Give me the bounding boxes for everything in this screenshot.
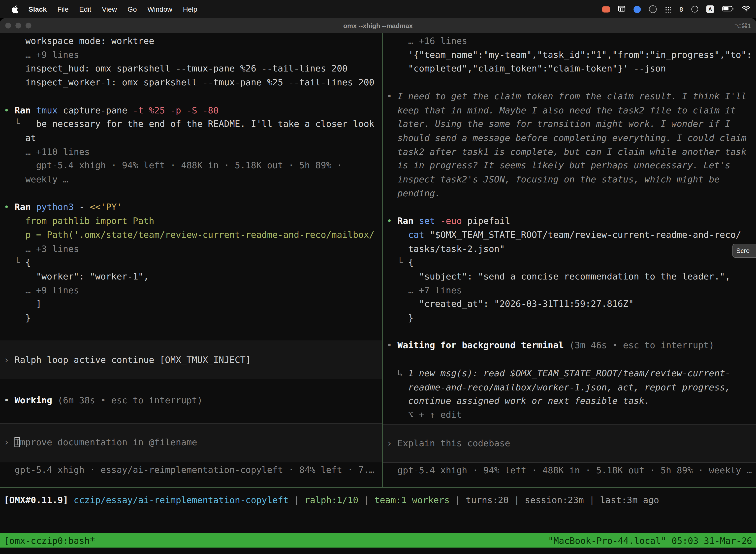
window-shortcut: ⌥⌘1 xyxy=(734,22,751,29)
tmux-window: workspace_mode: worktree … +9 lines insp… xyxy=(0,33,756,487)
terminal-line: readme-and-reco/mailbox/worker-1.json, a… xyxy=(387,381,756,394)
screen-recording-icon[interactable] xyxy=(602,6,610,12)
menu-file[interactable]: File xyxy=(52,5,74,13)
queued-message-band: › Ralph loop active continue [OMX_TMUX_I… xyxy=(0,340,382,380)
terminal-line: • Waiting for background terminal (3m 46… xyxy=(387,339,756,353)
composer[interactable]: › Explain this codebase xyxy=(383,424,756,463)
terminal-line: ⌥ + ↑ edit xyxy=(387,408,756,422)
tmux-session-label: [omx-cczip0:bash* xyxy=(4,535,95,546)
apple-menu[interactable] xyxy=(7,5,23,13)
window-title: omx --xhigh --madmax xyxy=(0,22,756,29)
terminal-line: task2 after task1 is complete, but can I… xyxy=(387,145,756,159)
terminal-line xyxy=(4,90,382,104)
terminal-line xyxy=(387,201,756,214)
tmux-host-clock: "MacBook-Pro-44.local" 05:03 31-Mar-26 xyxy=(548,535,752,546)
clipped-tooltip: Scre xyxy=(733,244,756,258)
terminal-line: … +7 lines xyxy=(387,283,756,297)
dots-grid-icon[interactable] xyxy=(665,6,671,12)
terminal-line: continue assigned work or next feasible … xyxy=(387,394,756,408)
terminal-line: workspace_mode: worktree xyxy=(4,34,382,48)
terminal-line: "worker": "worker-1", xyxy=(4,270,382,283)
terminal-line: from pathlib import Path xyxy=(4,214,382,228)
terminal-line: inspect_worker-1: omx sparkshell --tmux-… xyxy=(4,76,382,90)
terminal-line: cat "$OMX_TEAM_STATE_ROOT/team/review-cu… xyxy=(387,228,756,242)
terminal-line: '{"team_name":"my-team","task_id":"1","f… xyxy=(387,48,756,62)
composer-text: › Improve documentation in @filename xyxy=(4,436,382,450)
terminal-window: omx --xhigh --madmax ⌥⌘1 workspace_mode:… xyxy=(0,18,756,554)
menu-window[interactable]: Window xyxy=(142,5,178,13)
terminal-line: "completed","claim_token":"claim-token"}… xyxy=(387,62,756,76)
apple-icon xyxy=(12,5,18,13)
blue-app-icon[interactable] xyxy=(634,5,641,13)
omx-status-line: [OMX#0.11.9] cczip/essay/ai-reimplementa… xyxy=(4,494,756,508)
terminal-line: } xyxy=(4,311,382,325)
terminal-line: … +3 lines xyxy=(4,242,382,256)
terminal-line: keep that in mind. Maybe I also need the… xyxy=(387,104,756,117)
window-titlebar[interactable]: omx --xhigh --madmax ⌥⌘1 xyxy=(0,18,756,33)
menu-view[interactable]: View xyxy=(97,5,122,13)
terminal-line: gpt-5.4 xhigh · 94% left · 488K in · 5.1… xyxy=(4,159,382,173)
terminal-line: is in progress? It seems likely but perh… xyxy=(387,159,756,173)
terminal-line: … +9 lines xyxy=(4,283,382,297)
wifi-icon[interactable] xyxy=(742,5,750,13)
terminal-line xyxy=(4,187,382,201)
terminal-line: should send a message before completing … xyxy=(387,131,756,145)
terminal-line: "created_at": "2026-03-31T11:59:27.816Z" xyxy=(387,297,756,311)
terminal-line: pending. xyxy=(387,187,756,201)
terminal-line xyxy=(387,325,756,339)
terminal-line: } xyxy=(387,311,756,325)
omx-status-pane[interactable]: [OMX#0.11.9] cczip/essay/ai-reimplementa… xyxy=(0,488,756,533)
terminal-line: p = Path('.omx/state/team/review-current… xyxy=(4,228,382,242)
terminal-line xyxy=(387,76,756,90)
grid-icon[interactable] xyxy=(618,5,625,13)
menu-help[interactable]: Help xyxy=(178,5,203,13)
battery-icon[interactable] xyxy=(722,5,734,13)
tmux-pane-left[interactable]: workspace_mode: worktree … +9 lines insp… xyxy=(0,33,382,487)
terminal-line xyxy=(387,353,756,367)
terminal-line: • I need to get the claim token from the… xyxy=(387,90,756,104)
screen: Slack File Edit View Go Window Help 8 A xyxy=(0,0,756,554)
eight-icon[interactable]: 8 xyxy=(679,5,683,13)
gauge-icon[interactable] xyxy=(692,6,698,12)
composer[interactable]: › Improve documentation in @filename xyxy=(0,423,382,462)
queued-message-band-text: › Ralph loop active continue [OMX_TMUX_I… xyxy=(4,353,382,367)
menu-go[interactable]: Go xyxy=(122,5,142,13)
terminal-line: inspect_hud: omx sparkshell --tmux-pane … xyxy=(4,62,382,76)
terminal-line: ↳ 1 new msg(s): read $OMX_TEAM_STATE_ROO… xyxy=(387,367,756,381)
terminal-line: • Ran python3 - <<'PY' xyxy=(4,201,382,214)
terminal-line: └ { xyxy=(387,256,756,270)
window-bottom-padding xyxy=(0,548,756,554)
menu-edit[interactable]: Edit xyxy=(74,5,97,13)
terminal-line: at xyxy=(4,131,382,145)
terminal-line: "subject": "send a concise recommendatio… xyxy=(387,270,756,283)
terminal-line: later. Using the same for transition mig… xyxy=(387,117,756,131)
tmux-pane-right[interactable]: … +16 lines '{"team_name":"my-team","tas… xyxy=(383,33,756,487)
terminal-line: … +16 lines xyxy=(387,34,756,48)
app-menu-slack[interactable]: Slack xyxy=(23,5,52,13)
terminal-line: … +110 lines xyxy=(4,145,382,159)
terminal-line: • Ran tmux capture-pane -t %25 -p -S -80 xyxy=(4,104,382,117)
pane-status-line: gpt-5.4 xhigh · 94% left · 488K in · 5.1… xyxy=(387,464,756,478)
input-source-icon[interactable]: A xyxy=(706,5,714,13)
composer-text: › Explain this codebase xyxy=(387,437,756,450)
terminal-line: tasks/task-2.json" xyxy=(387,242,756,256)
terminal-line: … +9 lines xyxy=(4,48,382,62)
tmux-status-bar: [omx-cczip0:bash* "MacBook-Pro-44.local"… xyxy=(0,533,756,548)
terminal-line: └ be necessary for the end of the README… xyxy=(4,117,382,131)
terminal-line: weekly … xyxy=(4,173,382,187)
terminal-line: inspect task2's JSON, focusing on the st… xyxy=(387,173,756,187)
working-status: • Working (6m 38s • esc to interrupt) xyxy=(4,394,382,408)
dark-app-icon[interactable] xyxy=(649,5,657,13)
terminal-line: • Ran set -euo pipefail xyxy=(387,214,756,228)
terminal-line: └ { xyxy=(4,256,382,270)
pane-status-line: gpt-5.4 xhigh · essay/ai-reimplementatio… xyxy=(4,463,382,477)
terminal-line: ] xyxy=(4,297,382,311)
menu-bar: Slack File Edit View Go Window Help 8 A xyxy=(0,0,756,18)
